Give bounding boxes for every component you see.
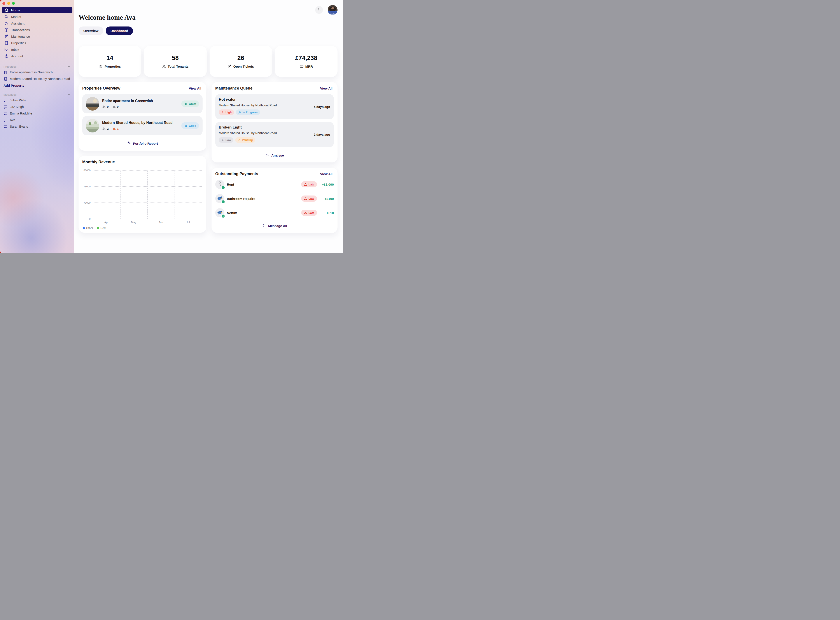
tab-dashboard[interactable]: Dashboard — [106, 27, 133, 35]
warning-icon — [112, 105, 116, 108]
chat-bubble-icon — [3, 118, 8, 122]
sidebar-property-item[interactable]: Modern Shared House, by Northcoat Road — [0, 75, 74, 82]
people-icon — [102, 105, 106, 108]
chevron-down-icon[interactable] — [67, 65, 71, 69]
sparkles-icon — [4, 21, 9, 26]
maintenance-item[interactable]: Hot water Modern Shared House, by Northc… — [215, 94, 334, 119]
ticket-title: Broken Light — [219, 125, 330, 129]
x-tick-label: Apr — [93, 221, 120, 224]
bar-series — [93, 170, 202, 219]
status-badge: Great — [182, 101, 199, 107]
view-all-maintenance-link[interactable]: View All — [319, 86, 334, 90]
sidebar-item-label: Account — [11, 54, 23, 58]
revenue-legend: OtherRent — [82, 227, 202, 230]
sidebar-property-item[interactable]: Entire apartment in Greenwich — [0, 69, 74, 75]
window-controls — [0, 0, 74, 7]
warning-icon — [304, 211, 307, 215]
late-badge: Late — [301, 196, 317, 202]
incoming-payment-icon — [221, 186, 225, 190]
legend-dot — [97, 227, 99, 229]
property-photo — [86, 97, 99, 111]
payment-label: Bathroom Repairs — [227, 197, 299, 200]
priority-chip: High — [219, 110, 234, 115]
warning-icon — [304, 197, 307, 200]
building-icon — [4, 41, 9, 45]
y-tick-label: 80000 — [84, 169, 91, 172]
sidebar-message-item[interactable]: Jaz Singh — [0, 104, 74, 110]
property-row[interactable]: Entire apartment in Greenwich 0 0 — [82, 94, 202, 113]
analyse-button[interactable]: Analyse — [215, 150, 334, 160]
add-property-button[interactable]: Add Property — [0, 82, 74, 87]
revenue-plot: 0700007500080000 — [93, 170, 202, 219]
outstanding-payments-card: Outstanding Payments View All Rent — [212, 168, 338, 233]
search-icon — [4, 14, 9, 19]
card-title: Maintenance Queue — [215, 86, 252, 91]
sidebar-item-inbox[interactable]: Inbox — [2, 46, 72, 53]
sidebar-item-home[interactable]: Home — [2, 7, 72, 14]
stat-value: 58 — [172, 54, 179, 62]
inbox-icon — [4, 47, 9, 52]
issue-count: 0 — [112, 105, 119, 108]
building-icon — [3, 77, 8, 81]
sidebar-item-transactions[interactable]: Transactions — [2, 27, 72, 33]
payment-amount: +£1,000 — [320, 183, 334, 186]
view-tabs: Overview Dashboard — [78, 27, 338, 35]
zoom-window-button[interactable] — [12, 2, 15, 5]
stat-label: MRR — [305, 65, 313, 68]
property-name: Modern Shared House, by Northcoat Road — [102, 121, 178, 125]
stat-label: Total Tenants — [168, 65, 189, 68]
stat-card-mrr: £74,238 MRR — [275, 46, 338, 77]
portfolio-report-button[interactable]: Portfolio Report — [82, 138, 202, 147]
chat-bubble-icon — [3, 105, 8, 109]
ai-assistant-button[interactable] — [315, 6, 323, 14]
message-contact: Julian Wills — [10, 98, 26, 102]
sidebar-message-item[interactable]: Ava — [0, 117, 74, 123]
sidebar-message-item[interactable]: Julian Wills — [0, 97, 74, 104]
legend-item: Other — [82, 227, 93, 230]
chevron-down-icon[interactable] — [67, 93, 71, 96]
close-window-button[interactable] — [2, 2, 5, 5]
status-chip: Pending — [235, 137, 255, 143]
payment-avatar — [215, 180, 224, 189]
maintenance-item[interactable]: Broken Light Modern Shared House, by Nor… — [215, 122, 334, 147]
message-contact: Ava — [10, 118, 15, 122]
messages-section-header: Messages — [0, 92, 74, 97]
sidebar-item-properties[interactable]: Properties — [2, 40, 72, 46]
incoming-payment-icon — [221, 200, 225, 204]
stat-card-properties: 14 Properties — [78, 46, 141, 77]
monthly-revenue-card: Monthly Revenue 0700007500080000 AprMayJ… — [78, 156, 206, 233]
view-all-payments-link[interactable]: View All — [319, 172, 334, 176]
ticket-age: 5 days ago — [314, 105, 330, 108]
transactions-icon — [4, 28, 9, 32]
message-contact: Sarah Evans — [10, 125, 28, 128]
stats-row: 14 Properties 58 Total Tenants 26 — [78, 46, 338, 77]
maintenance-queue-card: Maintenance Queue View All Hot water Mod… — [212, 82, 338, 163]
property-row[interactable]: Modern Shared House, by Northcoat Road 2… — [82, 116, 202, 135]
message-all-button[interactable]: Message All — [215, 223, 334, 230]
message-contact: Jaz Singh — [10, 105, 24, 108]
view-all-properties-link[interactable]: View All — [188, 86, 202, 90]
sidebar-message-item[interactable]: Sarah Evans — [0, 123, 74, 130]
stat-value: £74,238 — [295, 54, 317, 62]
sidebar: Home Market Assistant Transactions Maint… — [0, 0, 74, 253]
minimize-window-button[interactable] — [7, 2, 10, 5]
payment-row[interactable]: Netflix Late +£10 — [215, 208, 334, 217]
sidebar-item-market[interactable]: Market — [2, 14, 72, 20]
y-tick-label: 0 — [89, 218, 91, 220]
sidebar-item-label: Inbox — [11, 48, 19, 51]
payment-row[interactable]: Bathroom Repairs Late +£100 — [215, 194, 334, 203]
sidebar-message-item[interactable]: Emma Radcliffe — [0, 110, 74, 117]
sidebar-item-label: Maintenance — [11, 35, 30, 38]
payment-label: Rent — [227, 183, 299, 186]
stat-label: Properties — [105, 65, 121, 68]
sidebar-item-assistant[interactable]: Assistant — [2, 20, 72, 27]
sidebar-item-account[interactable]: Account — [2, 53, 72, 59]
card-title: Outstanding Payments — [215, 172, 258, 176]
tab-overview[interactable]: Overview — [78, 27, 103, 35]
user-avatar[interactable] — [328, 5, 338, 15]
sidebar-item-label: Properties — [11, 41, 26, 45]
main-content: Welcome home Ava Overview Dashboard 14 P… — [74, 0, 343, 253]
paintbrush-icon — [238, 111, 241, 114]
sidebar-item-maintenance[interactable]: Maintenance — [2, 33, 72, 40]
payment-row[interactable]: Rent Late +£1,000 — [215, 180, 334, 189]
